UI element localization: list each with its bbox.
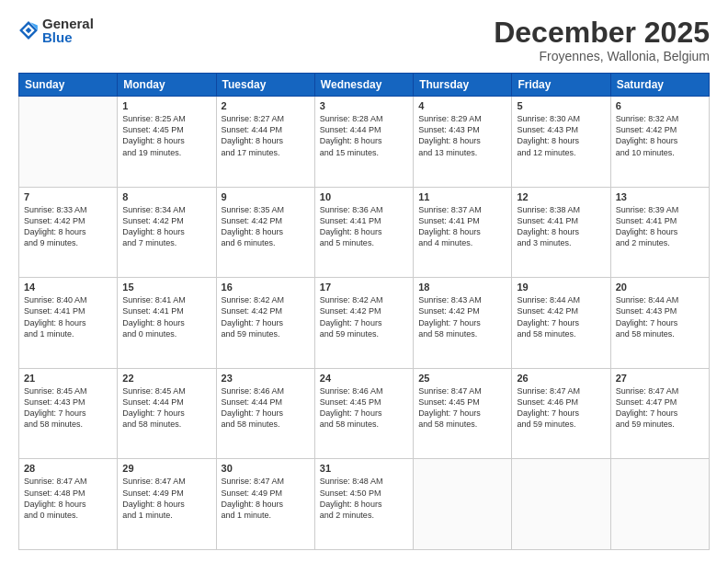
- calendar-table: SundayMondayTuesdayWednesdayThursdayFrid…: [18, 73, 710, 550]
- day-number: 6: [616, 100, 704, 111]
- cell-info: Sunrise: 8:43 AM Sunset: 4:42 PM Dayligh…: [418, 294, 506, 339]
- calendar-cell: 26Sunrise: 8:47 AM Sunset: 4:46 PM Dayli…: [512, 368, 610, 459]
- day-number: 20: [616, 282, 704, 293]
- logo-icon: [18, 20, 39, 40]
- cell-info: Sunrise: 8:38 AM Sunset: 4:41 PM Dayligh…: [517, 204, 605, 249]
- day-number: 26: [517, 373, 605, 384]
- week-row-4: 28Sunrise: 8:47 AM Sunset: 4:48 PM Dayli…: [19, 459, 710, 550]
- location-title: Froyennes, Wallonia, Belgium: [494, 49, 710, 63]
- calendar-cell: 7Sunrise: 8:33 AM Sunset: 4:42 PM Daylig…: [19, 187, 118, 278]
- header-cell-thursday: Thursday: [414, 74, 512, 97]
- calendar-cell: 2Sunrise: 8:27 AM Sunset: 4:44 PM Daylig…: [216, 97, 314, 188]
- day-number: 11: [418, 191, 506, 202]
- day-number: 31: [320, 463, 408, 474]
- calendar-cell: 27Sunrise: 8:47 AM Sunset: 4:47 PM Dayli…: [610, 368, 709, 459]
- cell-info: Sunrise: 8:46 AM Sunset: 4:44 PM Dayligh…: [222, 385, 310, 431]
- day-number: 25: [418, 373, 506, 384]
- cell-info: Sunrise: 8:29 AM Sunset: 4:43 PM Dayligh…: [418, 113, 506, 158]
- day-number: 2: [222, 100, 310, 111]
- calendar-cell: 25Sunrise: 8:47 AM Sunset: 4:45 PM Dayli…: [414, 368, 512, 459]
- cell-info: Sunrise: 8:34 AM Sunset: 4:42 PM Dayligh…: [122, 204, 210, 249]
- calendar-cell: 6Sunrise: 8:32 AM Sunset: 4:42 PM Daylig…: [610, 97, 709, 188]
- header-row: SundayMondayTuesdayWednesdayThursdayFrid…: [19, 74, 710, 97]
- calendar-cell: 15Sunrise: 8:41 AM Sunset: 4:41 PM Dayli…: [118, 278, 216, 369]
- calendar-cell: 13Sunrise: 8:39 AM Sunset: 4:41 PM Dayli…: [610, 187, 709, 278]
- logo-general: General: [42, 17, 94, 30]
- day-number: 18: [418, 282, 506, 293]
- page: General Blue December 2025 Froyennes, Wa…: [0, 0, 728, 563]
- logo-blue: Blue: [42, 30, 94, 44]
- cell-info: Sunrise: 8:42 AM Sunset: 4:42 PM Dayligh…: [222, 294, 310, 339]
- cell-info: Sunrise: 8:32 AM Sunset: 4:42 PM Dayligh…: [616, 113, 704, 158]
- calendar-cell: 18Sunrise: 8:43 AM Sunset: 4:42 PM Dayli…: [414, 278, 512, 369]
- cell-info: Sunrise: 8:47 AM Sunset: 4:47 PM Dayligh…: [616, 385, 704, 431]
- calendar-cell: [512, 459, 610, 550]
- calendar-cell: 1Sunrise: 8:25 AM Sunset: 4:45 PM Daylig…: [118, 97, 216, 188]
- calendar-cell: 17Sunrise: 8:42 AM Sunset: 4:42 PM Dayli…: [314, 278, 413, 369]
- day-number: 21: [24, 373, 112, 384]
- header-cell-wednesday: Wednesday: [314, 74, 413, 97]
- cell-info: Sunrise: 8:40 AM Sunset: 4:41 PM Dayligh…: [24, 294, 112, 339]
- day-number: 24: [320, 373, 408, 384]
- cell-info: Sunrise: 8:27 AM Sunset: 4:44 PM Dayligh…: [222, 113, 310, 158]
- calendar-cell: 30Sunrise: 8:47 AM Sunset: 4:49 PM Dayli…: [216, 459, 314, 550]
- header: General Blue December 2025 Froyennes, Wa…: [18, 17, 710, 63]
- cell-info: Sunrise: 8:45 AM Sunset: 4:43 PM Dayligh…: [24, 385, 112, 431]
- header-cell-friday: Friday: [512, 74, 610, 97]
- cell-info: Sunrise: 8:44 AM Sunset: 4:42 PM Dayligh…: [517, 294, 605, 339]
- day-number: 19: [517, 282, 605, 293]
- week-row-2: 14Sunrise: 8:40 AM Sunset: 4:41 PM Dayli…: [19, 278, 710, 369]
- cell-info: Sunrise: 8:37 AM Sunset: 4:41 PM Dayligh…: [418, 204, 506, 249]
- day-number: 23: [222, 373, 310, 384]
- day-number: 14: [24, 282, 112, 293]
- calendar-cell: [19, 97, 118, 188]
- cell-info: Sunrise: 8:36 AM Sunset: 4:41 PM Dayligh…: [320, 204, 408, 249]
- calendar-cell: 19Sunrise: 8:44 AM Sunset: 4:42 PM Dayli…: [512, 278, 610, 369]
- cell-info: Sunrise: 8:25 AM Sunset: 4:45 PM Dayligh…: [122, 113, 210, 158]
- calendar-cell: 31Sunrise: 8:48 AM Sunset: 4:50 PM Dayli…: [314, 459, 413, 550]
- calendar-cell: 16Sunrise: 8:42 AM Sunset: 4:42 PM Dayli…: [216, 278, 314, 369]
- day-number: 10: [320, 191, 408, 202]
- week-row-3: 21Sunrise: 8:45 AM Sunset: 4:43 PM Dayli…: [19, 368, 710, 459]
- calendar-cell: 28Sunrise: 8:47 AM Sunset: 4:48 PM Dayli…: [19, 459, 118, 550]
- cell-info: Sunrise: 8:47 AM Sunset: 4:45 PM Dayligh…: [418, 385, 506, 431]
- header-cell-saturday: Saturday: [610, 74, 709, 97]
- day-number: 28: [24, 463, 112, 474]
- calendar-cell: 22Sunrise: 8:45 AM Sunset: 4:44 PM Dayli…: [118, 368, 216, 459]
- cell-info: Sunrise: 8:47 AM Sunset: 4:48 PM Dayligh…: [24, 476, 112, 521]
- cell-info: Sunrise: 8:45 AM Sunset: 4:44 PM Dayligh…: [122, 385, 210, 431]
- cell-info: Sunrise: 8:41 AM Sunset: 4:41 PM Dayligh…: [122, 294, 210, 339]
- day-number: 9: [222, 191, 310, 202]
- logo-text: General Blue: [42, 17, 94, 44]
- day-number: 5: [517, 100, 605, 111]
- day-number: 7: [24, 191, 112, 202]
- day-number: 30: [222, 463, 310, 474]
- header-cell-sunday: Sunday: [19, 74, 118, 97]
- cell-info: Sunrise: 8:39 AM Sunset: 4:41 PM Dayligh…: [616, 204, 704, 249]
- calendar-cell: 5Sunrise: 8:30 AM Sunset: 4:43 PM Daylig…: [512, 97, 610, 188]
- calendar-cell: 14Sunrise: 8:40 AM Sunset: 4:41 PM Dayli…: [19, 278, 118, 369]
- cell-info: Sunrise: 8:46 AM Sunset: 4:45 PM Dayligh…: [320, 385, 408, 431]
- calendar-cell: 10Sunrise: 8:36 AM Sunset: 4:41 PM Dayli…: [314, 187, 413, 278]
- title-block: December 2025 Froyennes, Wallonia, Belgi…: [494, 17, 710, 63]
- calendar-cell: 23Sunrise: 8:46 AM Sunset: 4:44 PM Dayli…: [216, 368, 314, 459]
- cell-info: Sunrise: 8:35 AM Sunset: 4:42 PM Dayligh…: [222, 204, 310, 249]
- cell-info: Sunrise: 8:47 AM Sunset: 4:49 PM Dayligh…: [122, 476, 210, 521]
- calendar-cell: [610, 459, 709, 550]
- calendar-cell: 20Sunrise: 8:44 AM Sunset: 4:43 PM Dayli…: [610, 278, 709, 369]
- day-number: 22: [122, 373, 210, 384]
- header-cell-monday: Monday: [118, 74, 216, 97]
- logo: General Blue: [18, 17, 94, 44]
- cell-info: Sunrise: 8:42 AM Sunset: 4:42 PM Dayligh…: [320, 294, 408, 339]
- day-number: 17: [320, 282, 408, 293]
- day-number: 3: [320, 100, 408, 111]
- day-number: 13: [616, 191, 704, 202]
- calendar-cell: 9Sunrise: 8:35 AM Sunset: 4:42 PM Daylig…: [216, 187, 314, 278]
- calendar-cell: 24Sunrise: 8:46 AM Sunset: 4:45 PM Dayli…: [314, 368, 413, 459]
- cell-info: Sunrise: 8:30 AM Sunset: 4:43 PM Dayligh…: [517, 113, 605, 158]
- day-number: 29: [122, 463, 210, 474]
- cell-info: Sunrise: 8:44 AM Sunset: 4:43 PM Dayligh…: [616, 294, 704, 339]
- day-number: 8: [122, 191, 210, 202]
- day-number: 12: [517, 191, 605, 202]
- day-number: 15: [122, 282, 210, 293]
